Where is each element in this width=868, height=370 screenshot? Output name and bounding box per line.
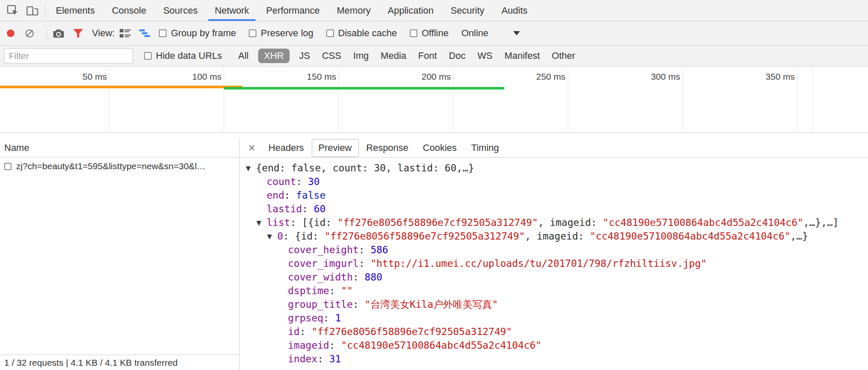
- checkbox-group-by-frame[interactable]: Group by frame: [159, 28, 236, 39]
- json-plain: :: [302, 203, 314, 214]
- checkbox-label: Group by frame: [171, 28, 236, 39]
- preview-tree-row: cover_height: 586: [240, 243, 868, 257]
- throttling-select[interactable]: Online: [461, 28, 520, 39]
- json-str: "ff276e8056f58896e7cf92505a312749": [311, 326, 512, 337]
- json-plain: :: [353, 299, 365, 310]
- json-plain: :: [317, 353, 329, 364]
- json-plain: :: [353, 272, 365, 283]
- preview-tree-row: ▼{end: false, count: 30, lastid: 60,…}: [240, 161, 868, 175]
- checkbox-offline[interactable]: Offline: [410, 28, 448, 39]
- filter-input[interactable]: [4, 48, 133, 64]
- detail-tab-response[interactable]: Response: [359, 139, 415, 157]
- timeline-overview[interactable]: 50 ms100 ms150 ms200 ms250 ms300 ms350 m…: [0, 66, 868, 133]
- tab-audits[interactable]: Audits: [493, 0, 536, 21]
- network-toolbar: View: Group by framePreserve logDisable …: [0, 21, 868, 46]
- checkbox-preserve-log[interactable]: Preserve log: [249, 28, 313, 39]
- filter-type-doc[interactable]: Doc: [449, 50, 466, 61]
- name-column-header[interactable]: Name: [0, 139, 239, 157]
- details-tabbar: × HeadersPreviewResponseCookiesTiming: [240, 139, 868, 158]
- tab-memory[interactable]: Memory: [328, 0, 379, 21]
- detail-tab-preview[interactable]: Preview: [312, 139, 359, 157]
- json-plain: :: [285, 190, 296, 201]
- expand-arrow-icon[interactable]: ▼: [256, 216, 267, 230]
- tab-elements[interactable]: Elements: [47, 0, 103, 21]
- expand-arrow-icon[interactable]: ▼: [267, 230, 277, 243]
- json-key: dsptime: [288, 285, 329, 296]
- request-checkbox[interactable]: [4, 163, 11, 170]
- filter-funnel-icon[interactable]: [73, 29, 83, 38]
- show-overview-waterfall-icon[interactable]: [139, 29, 150, 38]
- filter-type-all[interactable]: All: [238, 50, 248, 61]
- timeline-tick-label: 100 ms: [192, 72, 221, 82]
- json-plain: : {id:: [283, 231, 325, 242]
- timeline-tick-label: 250 ms: [536, 72, 566, 82]
- filter-type-manifest[interactable]: Manifest: [504, 50, 540, 61]
- checkbox-box: [249, 29, 256, 37]
- close-icon[interactable]: ×: [242, 142, 261, 154]
- detail-tab-headers[interactable]: Headers: [262, 139, 310, 157]
- tab-security[interactable]: Security: [442, 0, 493, 21]
- json-plain: , imageid:: [525, 231, 590, 242]
- filter-type-font[interactable]: Font: [418, 50, 437, 61]
- filter-type-media[interactable]: Media: [381, 50, 406, 61]
- checkbox-hide-data-urls[interactable]: Hide data URLs: [144, 50, 222, 61]
- chevron-down-icon: [513, 31, 520, 35]
- checkbox-disable-cache[interactable]: Disable cache: [326, 28, 397, 39]
- record-button[interactable]: [7, 29, 14, 37]
- filter-type-css[interactable]: CSS: [322, 50, 341, 61]
- preview-tree-row: ▼list: [{id: "ff276e8056f58896e7cf92505a…: [240, 216, 868, 229]
- preview-tree-row: cover_width: 880: [240, 270, 868, 284]
- detail-tab-cookies[interactable]: Cookies: [416, 139, 463, 157]
- json-str: "cc48190e57100864abc4d55a2c4104c6": [603, 217, 803, 228]
- requests-summary-text: 1 / 32 requests | 4.1 KB / 4.1 KB transf…: [4, 358, 178, 368]
- capture-screenshots-camera-icon[interactable]: [53, 28, 64, 39]
- clear-requests-button[interactable]: [26, 29, 34, 38]
- json-str: "ff276e8056f58896e7cf92505a312749": [337, 217, 538, 228]
- tab-network[interactable]: Network: [206, 0, 258, 21]
- json-plain: ,…}: [790, 231, 808, 242]
- tab-sources[interactable]: Sources: [155, 0, 206, 21]
- json-num: 60: [314, 203, 326, 214]
- timeline-bar-green: [224, 87, 504, 90]
- request-row[interactable]: zj?ch=beauty&t1=595&listtype=new&sn=30&l…: [0, 157, 239, 175]
- expand-arrow-icon[interactable]: ▼: [246, 162, 256, 175]
- filter-type-ws[interactable]: WS: [477, 50, 492, 61]
- inspect-element-icon[interactable]: [4, 2, 21, 19]
- spacer: [0, 133, 868, 139]
- checkbox-label: Hide data URLs: [156, 50, 222, 61]
- json-str: "ff276e8056f58896e7cf92505a312749": [325, 231, 525, 242]
- json-plain: {end: false, count: 30, lastid: 60,…}: [256, 162, 474, 173]
- json-num: 880: [365, 272, 382, 283]
- preview-panel[interactable]: ▼{end: false, count: 30, lastid: 60,…}co…: [240, 158, 868, 370]
- json-str: "http://i1.umei.cc/uploads/tu/201701/798…: [371, 258, 707, 269]
- timeline-grid: 50 ms100 ms150 ms200 ms250 ms300 ms350 m…: [0, 66, 868, 133]
- preview-tree-row: grpseq: 1: [240, 311, 868, 325]
- tab-performance[interactable]: Performance: [258, 0, 328, 21]
- timeline-gridline: 150 ms: [338, 66, 339, 133]
- filter-type-other[interactable]: Other: [552, 50, 575, 61]
- json-plain: :: [359, 258, 371, 269]
- requests-empty-area: [0, 175, 239, 355]
- json-str: "台湾美女Kila户外唯美写真": [365, 299, 498, 310]
- json-num: 31: [329, 353, 341, 364]
- large-request-rows-icon[interactable]: [120, 29, 131, 38]
- filter-type-xhr[interactable]: XHR: [258, 49, 290, 63]
- checkbox-box: [326, 29, 334, 37]
- detail-tab-timing[interactable]: Timing: [464, 139, 506, 157]
- json-key: cover_imgurl: [288, 258, 359, 269]
- request-name: zj?ch=beauty&t1=595&listtype=new&sn=30&l…: [16, 161, 206, 171]
- json-plain: :: [329, 340, 341, 351]
- json-key: end: [267, 190, 285, 201]
- filter-bar: Hide data URLs AllXHRJSCSSImgMediaFontDo…: [0, 46, 868, 66]
- checkbox-label: Disable cache: [338, 28, 397, 39]
- tab-console[interactable]: Console: [103, 0, 155, 21]
- device-toolbar-icon[interactable]: [24, 2, 41, 19]
- json-key: count: [267, 176, 296, 187]
- tab-application[interactable]: Application: [379, 0, 442, 21]
- json-plain: :: [359, 244, 371, 255]
- json-plain: :: [296, 176, 308, 187]
- filter-type-js[interactable]: JS: [299, 50, 310, 61]
- preview-tree-row: dsptime: "": [240, 284, 868, 298]
- filter-type-img[interactable]: Img: [353, 50, 369, 61]
- json-key: index: [288, 353, 317, 364]
